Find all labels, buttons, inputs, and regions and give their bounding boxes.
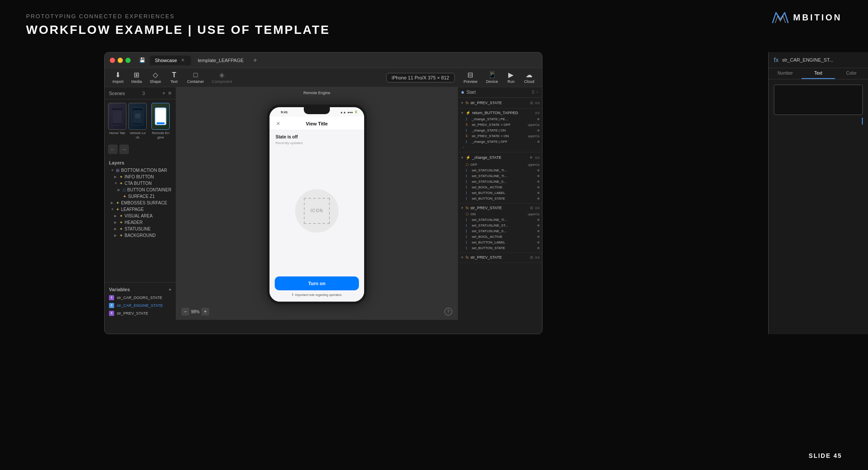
- media-button[interactable]: ⊞ Media: [128, 70, 146, 85]
- layer-bottom-action-bar[interactable]: ▼ ⊞ BOTTOM ACTION BAR: [105, 167, 176, 174]
- layer-leafpage[interactable]: ▼ ✦ LEAFPAGE: [105, 206, 176, 213]
- tab-add-button[interactable]: +: [250, 56, 260, 64]
- phone-state-text: State is off: [270, 130, 364, 141]
- flow-group-prev-last-header[interactable]: ▼ fx str_PREV_STATE ⊞ 0 0: [458, 254, 542, 261]
- flow-item-bool-active-2[interactable]: ⟩ set_BOOL_ACTIVE: [458, 234, 542, 240]
- phone-time: 9:41: [281, 110, 288, 114]
- text-label: Text: [171, 79, 178, 84]
- flow-item-prev-on[interactable]: x̄ str_PREV_STATE = ON upperCa: [458, 133, 542, 139]
- phone-header: ✕ View Title: [270, 117, 364, 130]
- scene-home-tab[interactable]: Home Tab: [108, 103, 126, 139]
- item-dot-2: [537, 129, 539, 131]
- flow-item-button-state-2[interactable]: ⟩ set_BUTTON_STATE: [458, 245, 542, 251]
- flow-group-button-tapped-header[interactable]: ▼ ⚡ return_BUTTON_TAPPED 0 0: [458, 109, 542, 116]
- help-button[interactable]: ?: [444, 308, 452, 316]
- phone-view-title: View Title: [306, 121, 328, 126]
- flow-item-button-label-2[interactable]: ⟩ set_BUTTON_LABEL: [458, 240, 542, 245]
- flow-item-statusline-s-1[interactable]: ⟩ set_STATUSLINE_S...: [458, 179, 542, 184]
- nav-icon-8: ⟩: [466, 191, 470, 195]
- flow-group-prev-on-header[interactable]: ▼ fx str_PREV_STATE ⊞ 0 0: [458, 204, 542, 211]
- var-car-engine[interactable]: x̄ str_CAR_ENGINE_STATE: [105, 302, 176, 309]
- nav-icon-10: ⟩: [466, 218, 470, 222]
- flow-item-prev-off[interactable]: x̄ str_PREV_STATE = OFF upperCa: [458, 122, 542, 128]
- turn-on-button[interactable]: Turn on: [275, 276, 359, 290]
- variables-label: Variables: [109, 287, 130, 292]
- container-button[interactable]: □ Container: [184, 70, 207, 85]
- tab-leafpage[interactable]: template_LEAFPAGE: [193, 56, 249, 65]
- layer-info-button[interactable]: ▶ ✦ INFO BUTTON: [105, 174, 176, 180]
- text-button[interactable]: T Text: [165, 70, 183, 85]
- flow-item-statusline-st[interactable]: ⟩ set_STATUSLINE_ST...: [458, 223, 542, 228]
- scene-vehicle-label: Vehicle Lo ck: [128, 131, 147, 139]
- layer-statusline[interactable]: ▶ ✦ STATUSLINE: [105, 226, 176, 232]
- phone-close-button[interactable]: ✕: [275, 120, 282, 127]
- flow-item-button-label-1[interactable]: ⟩ set_BUTTON_LABEL: [458, 190, 542, 196]
- layer-arrow-icon-8: ▶: [114, 227, 118, 231]
- layer-arrow-icon-7: ▶: [114, 220, 118, 224]
- import-button[interactable]: ⬇ Import: [109, 70, 127, 85]
- flow-area: ▼ fx str_PREV_STATE ⊞ 0 0 ▼ ⚡ return_BUT…: [458, 98, 542, 320]
- flow-item-button-state-1[interactable]: ⟩ set_BUTTON_STATE: [458, 196, 542, 201]
- tab-text[interactable]: Text: [802, 68, 835, 79]
- scene-remote-engine[interactable]: Remote En gine: [149, 103, 172, 139]
- variables-add-button[interactable]: +: [169, 287, 171, 292]
- zoom-plus-button[interactable]: +: [201, 308, 209, 316]
- canvas-zoom: − 98% +: [181, 308, 209, 316]
- tab-showcase[interactable]: Showcase ✕: [150, 56, 191, 65]
- flow-group-prev-state-header[interactable]: ▼ fx str_PREV_STATE ⊞ 0 0: [458, 99, 542, 106]
- flow-item-statusline-ti-3[interactable]: ⟩ set_STATUSLINE_TI...: [458, 217, 542, 223]
- nav-forward-button[interactable]: →: [119, 145, 129, 154]
- traffic-light-green[interactable]: [125, 58, 131, 63]
- flow-item-add[interactable]: +: [458, 145, 542, 150]
- svg-rect-7: [157, 122, 164, 124]
- properties-input[interactable]: [774, 85, 863, 115]
- layer-button-container[interactable]: ▶ □ BUTTON CONTAINER: [105, 187, 176, 193]
- flow-item-statusline-ti-2[interactable]: ⟩ set_STATUSLINE_TI...: [458, 173, 542, 179]
- layer-embosses-surface[interactable]: ▶ ✦ EMBOSSES SURFACE: [105, 200, 176, 206]
- flow-item-change-off[interactable]: ⟩ _change_STATE | OFF: [458, 139, 542, 145]
- tab-number[interactable]: Number: [769, 68, 802, 79]
- nav-icon-9: ⟩: [466, 197, 470, 200]
- flow-panel-header: Start 0 −: [458, 87, 542, 98]
- add-button[interactable]: +: [529, 154, 533, 161]
- device-selector[interactable]: iPhone 11 Pro/X 375 × 812: [386, 73, 455, 82]
- scene-remote-label: Remote En gine: [149, 131, 172, 139]
- slide-number: SLIDE 45: [809, 452, 842, 459]
- flow-item-change-state-pe[interactable]: ⟩ _change_STATE | PE...: [458, 116, 542, 122]
- title-bar: 💾 Showcase ✕ template_LEAFPAGE +: [105, 53, 542, 68]
- var-car-doors[interactable]: x̄ str_CAR_DOORS_STATE: [105, 294, 176, 302]
- cloud-button[interactable]: ☁ Cloud: [520, 70, 538, 85]
- device-button[interactable]: 📱 Device: [483, 70, 502, 85]
- zoom-minus-button[interactable]: −: [181, 308, 189, 316]
- remote-engine-label: Remote Engine: [303, 91, 330, 95]
- var-prev-state[interactable]: x̄ str_PREV_STATE: [105, 309, 176, 317]
- component-button[interactable]: ◈ Component: [208, 70, 236, 85]
- shape-button[interactable]: ◇ Shape: [146, 70, 164, 85]
- properties-tabs: Number Text Color: [769, 68, 868, 79]
- flow-group-change-state-header[interactable]: ▼ ⚡ _change_STATE + 0 0: [458, 153, 542, 162]
- traffic-light-red[interactable]: [110, 58, 115, 63]
- flow-item-statusline-ti-1[interactable]: ⟩ set_STATUSLINE_TI...: [458, 168, 542, 173]
- layer-header[interactable]: ▶ ✦ HEADER: [105, 219, 176, 226]
- tab-showcase-close[interactable]: ✕: [180, 57, 186, 63]
- add-flow-item: +: [462, 145, 464, 149]
- traffic-light-yellow[interactable]: [118, 58, 123, 63]
- layer-surface-z1[interactable]: ✦ SURFACE Z1: [105, 193, 176, 200]
- layer-cta-button[interactable]: ▼ ✦ CTA BUTTON: [105, 180, 176, 187]
- fx-icon-2: fx: [466, 206, 469, 210]
- scenes-menu-button[interactable]: ≡: [168, 90, 171, 96]
- flow-header-collapse[interactable]: −: [536, 90, 539, 95]
- flow-item-statusline-s-2[interactable]: ⟩ set_STATUSLINE_S...: [458, 228, 542, 234]
- run-button[interactable]: ▶ Run: [503, 70, 519, 85]
- scene-vehicle-lock[interactable]: Vehicle Lo ck: [128, 103, 147, 139]
- preview-button[interactable]: ⊟ Preview: [460, 70, 481, 85]
- layer-grid-icon: ⊞: [116, 168, 119, 173]
- layer-visual-area[interactable]: ▶ ✦ VISUAL AREA: [105, 213, 176, 219]
- scenes-add-button[interactable]: +: [162, 90, 166, 96]
- layer-background[interactable]: ▶ ✦ BACKGROUND: [105, 232, 176, 239]
- var-icon-2: x̄: [109, 303, 114, 308]
- flow-item-change-on[interactable]: ⟩ _change_STATE | ON: [458, 128, 542, 133]
- nav-back-button[interactable]: ←: [108, 145, 118, 154]
- tab-color[interactable]: Color: [835, 68, 868, 79]
- flow-item-bool-active-1[interactable]: ⟩ set_BOOL_ACTIVE: [458, 184, 542, 190]
